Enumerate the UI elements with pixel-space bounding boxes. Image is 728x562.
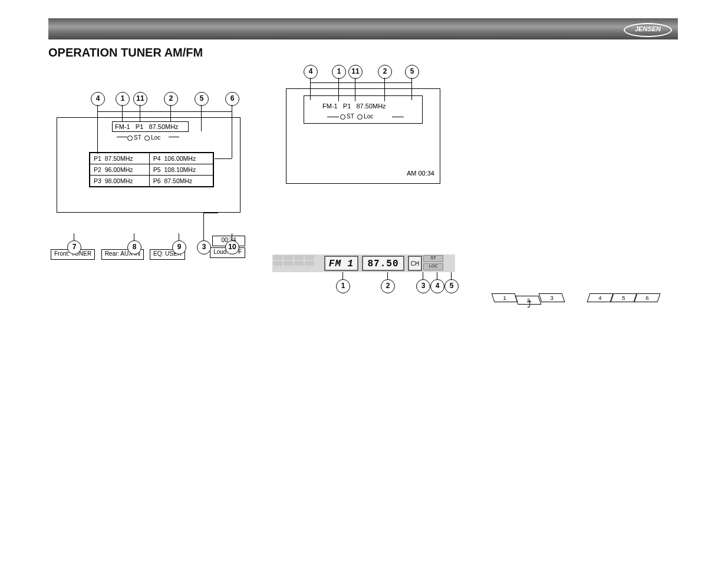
callout-7: 7 bbox=[67, 240, 81, 254]
preset-value: P1 bbox=[136, 123, 143, 130]
callout-1: 1 bbox=[332, 65, 346, 79]
st-loc-indicators: ST Loc bbox=[127, 134, 160, 141]
band-freq-display: FM-1 P1 87.50MHz bbox=[112, 121, 189, 132]
band-value: FM-1 bbox=[115, 123, 130, 130]
lcd-loc-tag: LOC bbox=[423, 263, 443, 270]
lcd-bar: FM 1 87.50 CH ST LOC bbox=[272, 254, 455, 272]
cursor-icon: ⤴︎ bbox=[527, 299, 532, 310]
preset-cell[interactable]: P2 96.00MHz bbox=[90, 164, 150, 176]
preset-key-5[interactable]: 5 bbox=[611, 293, 637, 302]
tuner-full-screen-diagram: 4 1 11 2 5 6 FM-1 P1 87.50MHz ST Loc bbox=[51, 92, 245, 263]
loc-radio-icon bbox=[144, 135, 150, 141]
preset-key-6[interactable]: 6 bbox=[634, 293, 661, 302]
callout-1: 1 bbox=[116, 92, 130, 106]
callout-4: 4 bbox=[91, 92, 105, 106]
preset-keys-left: 1 2 3 ⤴︎ bbox=[493, 293, 564, 305]
callout-2: 2 bbox=[378, 65, 392, 79]
callout-8: 8 bbox=[127, 240, 141, 254]
tuner-half-screen-diagram: 4 1 11 2 5 FM-1 P1 87.50MHz ST Loc AM 00… bbox=[286, 65, 445, 189]
st-loc-indicators: ST Loc bbox=[340, 113, 373, 120]
remote-lcd-diagram: FM 1 87.50 CH ST LOC 1 2 3 4 5 bbox=[272, 254, 461, 296]
preset-cell[interactable]: P4 106.00MHz bbox=[149, 153, 213, 164]
st-radio-icon bbox=[340, 114, 345, 120]
loc-radio-icon bbox=[357, 114, 363, 120]
callout-1: 1 bbox=[336, 279, 350, 293]
lcd-st-tag: ST bbox=[423, 255, 443, 262]
callout-10: 10 bbox=[225, 240, 239, 254]
preset-keys-right: 4 5 6 bbox=[588, 293, 659, 302]
lcd-band: FM 1 bbox=[324, 256, 358, 271]
band-freq-display: FM-1 P1 87.50MHz bbox=[322, 103, 386, 110]
preset-cell[interactable]: P6 87.50MHz bbox=[149, 176, 213, 187]
freq-value: 87.50MHz bbox=[149, 123, 178, 130]
callout-11: 11 bbox=[133, 92, 147, 106]
callout-5: 5 bbox=[405, 65, 419, 79]
callout-4: 4 bbox=[430, 279, 444, 293]
preset-key-1[interactable]: 1 bbox=[492, 293, 518, 302]
brand-logo: JENSEN bbox=[624, 23, 672, 37]
header-banner: JENSEN bbox=[48, 18, 678, 39]
preset-key-3[interactable]: 3 bbox=[539, 293, 565, 302]
preset-cell[interactable]: P5 108.10MHz bbox=[149, 164, 213, 176]
preset-table: P1 87.50MHz P4 106.00MHz P2 96.00MHz P5 … bbox=[89, 152, 214, 187]
preset-key-4[interactable]: 4 bbox=[587, 293, 614, 302]
lcd-tags: ST LOC bbox=[422, 254, 444, 272]
callout-2: 2 bbox=[381, 279, 395, 293]
callout-11: 11 bbox=[348, 65, 363, 79]
st-radio-icon bbox=[127, 135, 133, 141]
callout-3: 3 bbox=[197, 240, 211, 254]
callout-5: 5 bbox=[195, 92, 209, 106]
lcd-ch: CH bbox=[408, 256, 422, 271]
callout-3: 3 bbox=[416, 279, 430, 293]
clock-display: AM 00:34 bbox=[407, 170, 434, 177]
preset-cell[interactable]: P3 98.00MHz bbox=[90, 176, 150, 187]
lcd-freq: 87.50 bbox=[362, 256, 404, 271]
lcd-mode-icons bbox=[272, 254, 324, 272]
preset-cell[interactable]: P1 87.50MHz bbox=[90, 153, 150, 164]
callout-5: 5 bbox=[444, 279, 459, 293]
callout-9: 9 bbox=[172, 240, 186, 254]
callout-4: 4 bbox=[304, 65, 318, 79]
page-title: OPERATION TUNER AM/FM bbox=[48, 46, 203, 59]
callout-2: 2 bbox=[164, 92, 178, 106]
callout-6: 6 bbox=[225, 92, 239, 106]
